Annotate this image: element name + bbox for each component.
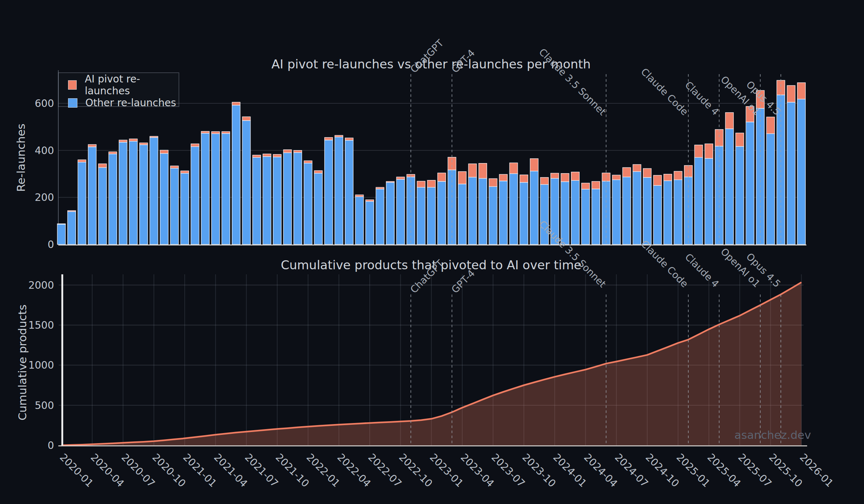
x-tick-label: 2020-01 [58,451,96,490]
x-tick-label: 2020-04 [88,451,126,490]
annotation-label: Claude 3.5 Sonnet [537,218,608,289]
x-tick-label: 2024-01 [551,451,589,490]
annotation-label: Claude Code [639,238,690,289]
x-tick-label: 2021-10 [273,451,311,490]
x-tick-label: 2025-10 [767,451,805,490]
annotation-label: ChatGPT [408,257,446,295]
x-tick-label: 2023-04 [458,451,496,490]
x-tick-label: 2021-07 [242,451,280,490]
x-tick-label: 2022-07 [366,451,404,490]
x-tick-label: 2023-01 [427,451,465,490]
annotation-label: Claude 4 [683,251,721,289]
x-tick-labels: 2020-012020-042020-072020-102021-012021-… [58,451,836,490]
x-tick-label: 2024-07 [612,451,651,490]
watermark: asanchez.dev [734,428,806,441]
y-tick-label: 0 [48,440,54,451]
x-tick-label: 2020-10 [150,451,188,490]
x-tick-label: 2020-07 [119,451,157,490]
x-tick-label: 2022-10 [397,451,435,490]
x-tick-label: 2025-07 [736,451,774,490]
x-tick-label: 2023-10 [520,451,558,490]
annotation-label: GPT-4 [449,267,477,295]
x-tick-label: 2023-07 [489,451,527,490]
y-tick-label: 1000 [28,359,54,371]
x-tick-label: 2022-01 [304,451,342,490]
x-tick-label: 2025-04 [705,451,743,490]
x-tick-label: 2021-04 [212,451,250,490]
y-tick-label: 500 [35,400,54,411]
x-tick-label: 2024-10 [643,451,681,490]
x-tick-label: 2024-04 [582,451,620,490]
y-tick-label: 2000 [28,279,54,291]
x-tick-label: 2022-04 [335,451,373,490]
x-tick-label: 2026-01 [797,451,836,490]
chart-canvas: { "watermark": "asanchez.dev", "legend":… [0,0,864,504]
y-tick-label: 1500 [28,319,54,331]
x-tick-label: 2021-01 [181,451,219,490]
x-tick-label: 2025-01 [674,451,712,490]
